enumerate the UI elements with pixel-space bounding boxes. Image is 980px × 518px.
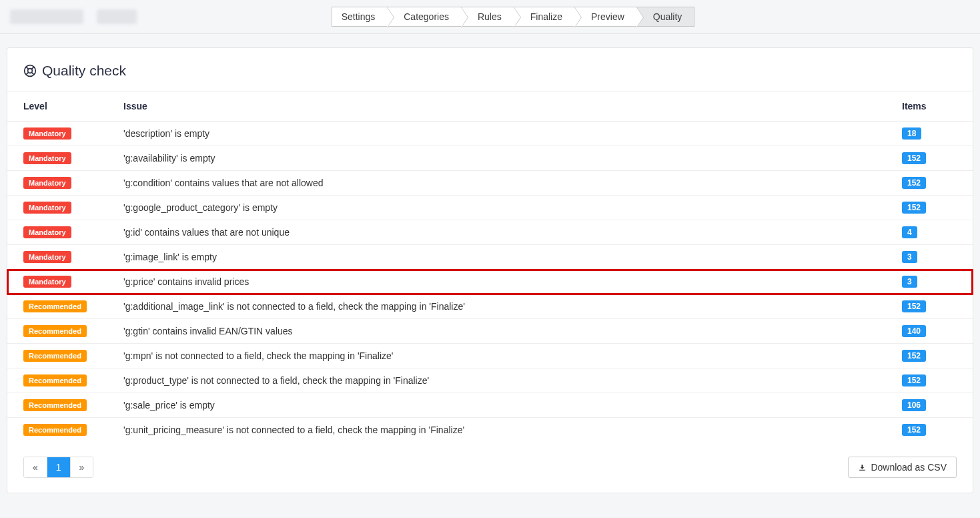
- issue-text: 'g:image_link' is empty: [107, 245, 886, 270]
- blurred-region: [97, 9, 137, 24]
- table-row[interactable]: Mandatory'g:availability' is empty152: [7, 146, 973, 171]
- table-row[interactable]: Recommended'g:sale_price' is empty106: [7, 393, 973, 418]
- issue-text: 'g:sale_price' is empty: [107, 393, 886, 418]
- items-count-badge: 3: [902, 276, 917, 288]
- issue-text: 'g:price' contains invalid prices: [107, 270, 886, 294]
- table-row[interactable]: Recommended'g:additional_image_link' is …: [7, 294, 973, 319]
- svg-line-2: [26, 67, 29, 69]
- page-1[interactable]: 1: [47, 457, 71, 477]
- level-badge: Recommended: [23, 350, 87, 362]
- items-count-badge: 152: [902, 177, 926, 189]
- wizard-step-preview[interactable]: Preview: [574, 7, 637, 27]
- level-badge: Recommended: [23, 300, 87, 312]
- table-row[interactable]: Recommended'g:gtin' contains invalid EAN…: [7, 319, 973, 344]
- items-count-badge: 18: [902, 127, 921, 140]
- lifebuoy-icon: [23, 64, 37, 77]
- top-bar: SettingsCategoriesRulesFinalizePreviewQu…: [0, 0, 980, 34]
- issue-text: 'g:gtin' contains invalid EAN/GTIN value…: [107, 319, 886, 344]
- wizard-step-rules[interactable]: Rules: [461, 7, 514, 27]
- table-row[interactable]: Recommended'g:unit_pricing_measure' is n…: [7, 418, 973, 443]
- items-count-badge: 140: [902, 325, 926, 337]
- items-count-badge: 4: [902, 226, 917, 238]
- download-csv-label: Download as CSV: [871, 462, 947, 473]
- issue-text: 'g:id' contains values that are not uniq…: [107, 220, 886, 245]
- level-badge: Mandatory: [23, 177, 71, 189]
- level-badge: Mandatory: [23, 276, 71, 288]
- wizard-step-quality[interactable]: Quality: [636, 7, 695, 27]
- issue-text: 'g:condition' contains values that are n…: [107, 171, 886, 196]
- wizard-step-categories[interactable]: Categories: [387, 7, 462, 27]
- page-next[interactable]: »: [71, 457, 93, 477]
- issue-text: 'g:google_product_category' is empty: [107, 196, 886, 220]
- level-badge: Mandatory: [23, 127, 71, 140]
- table-row[interactable]: Mandatory'g:id' contains values that are…: [7, 220, 973, 245]
- svg-point-1: [28, 69, 33, 73]
- header-issue: Issue: [107, 91, 886, 121]
- level-badge: Mandatory: [23, 226, 71, 238]
- download-icon: [858, 463, 867, 472]
- level-badge: Mandatory: [23, 251, 71, 263]
- svg-line-5: [26, 72, 29, 75]
- issue-text: 'g:product_type' is not connected to a f…: [107, 368, 886, 393]
- header-left: [10, 9, 137, 24]
- wizard-step-settings[interactable]: Settings: [332, 7, 388, 27]
- blurred-region: [10, 9, 83, 24]
- table-row[interactable]: Mandatory'g:condition' contains values t…: [7, 171, 973, 196]
- header-level: Level: [7, 91, 107, 121]
- items-count-badge: 152: [902, 374, 926, 386]
- table-row[interactable]: Mandatory'g:google_product_category' is …: [7, 196, 973, 220]
- wizard-step-finalize[interactable]: Finalize: [514, 7, 575, 27]
- issue-text: 'g:unit_pricing_measure' is not connecte…: [107, 418, 886, 443]
- table-row[interactable]: Recommended'g:mpn' is not connected to a…: [7, 344, 973, 368]
- download-csv-button[interactable]: Download as CSV: [848, 457, 957, 478]
- level-badge: Mandatory: [23, 202, 71, 214]
- pagination: «1»: [23, 457, 93, 478]
- issue-text: 'g:availability' is empty: [107, 146, 886, 171]
- table-row[interactable]: Recommended'g:product_type' is not conne…: [7, 368, 973, 393]
- panel-header: Quality check: [7, 48, 973, 91]
- issue-text: 'g:mpn' is not connected to a field, che…: [107, 344, 886, 368]
- items-count-badge: 152: [902, 424, 926, 436]
- items-count-badge: 152: [902, 350, 926, 362]
- page-prev[interactable]: «: [24, 457, 47, 477]
- quality-table: Level Issue Items Mandatory'description'…: [7, 91, 973, 442]
- level-badge: Recommended: [23, 325, 87, 337]
- level-badge: Recommended: [23, 374, 87, 386]
- panel-footer: «1» Download as CSV: [7, 442, 973, 493]
- table-row[interactable]: Mandatory'g:image_link' is empty3: [7, 245, 973, 270]
- panel-title: Quality check: [42, 63, 126, 79]
- quality-panel: Quality check Level Issue Items Mandator…: [7, 47, 973, 493]
- svg-line-3: [31, 72, 34, 75]
- level-badge: Recommended: [23, 399, 87, 411]
- table-row[interactable]: Mandatory'description' is empty18: [7, 121, 973, 146]
- svg-line-4: [31, 67, 34, 69]
- items-count-badge: 152: [902, 202, 926, 214]
- items-count-badge: 152: [902, 300, 926, 312]
- level-badge: Recommended: [23, 424, 87, 436]
- table-row[interactable]: Mandatory'g:price' contains invalid pric…: [7, 270, 973, 294]
- items-count-badge: 152: [902, 152, 926, 164]
- issue-text: 'description' is empty: [107, 121, 886, 146]
- issue-text: 'g:additional_image_link' is not connect…: [107, 294, 886, 319]
- header-items: Items: [886, 91, 973, 121]
- wizard-steps: SettingsCategoriesRulesFinalizePreviewQu…: [332, 7, 695, 27]
- items-count-badge: 3: [902, 251, 917, 263]
- items-count-badge: 106: [902, 399, 926, 411]
- level-badge: Mandatory: [23, 152, 71, 164]
